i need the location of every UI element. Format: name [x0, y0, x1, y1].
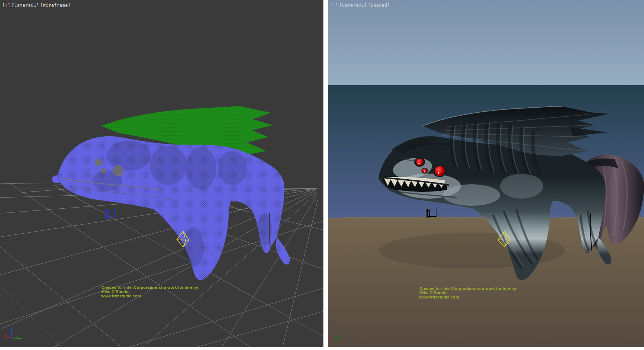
eye-circle — [95, 159, 102, 166]
eye-red — [423, 169, 427, 173]
viewport-shaded[interactable]: [+] [Camera01] [Shaded] — [328, 0, 644, 347]
axis-tripod: x y z — [3, 322, 21, 339]
viewport-pov-menu[interactable]: [Camera01] — [339, 3, 367, 8]
viewport-general-menu[interactable]: [+] — [330, 3, 338, 8]
viewport-wireframe[interactable]: [+] [Camera01] [Wireframe] — [0, 0, 323, 347]
viewport-shading-menu[interactable]: [Wireframe] — [40, 3, 70, 8]
eye-red — [416, 159, 423, 166]
creator-watermark: Created for Intel Corporation as a work … — [419, 286, 517, 299]
axis-x-label: x — [328, 333, 330, 338]
viewport-label: [+] [Camera01] [Shaded] — [330, 3, 390, 8]
viewport-shading-menu[interactable]: [Shaded] — [368, 3, 390, 8]
axis-y-label: y — [337, 334, 340, 338]
eye-red — [435, 166, 445, 176]
viewport-label: [+] [Camera01] [Wireframe] — [2, 3, 70, 8]
axis-y-label: y — [16, 333, 19, 338]
axis-x-label: x — [4, 333, 7, 337]
creator-watermark: Created for Intel Corporation as a work … — [101, 285, 199, 298]
axis-z-label: z — [330, 323, 333, 327]
viewport-general-menu[interactable]: [+] — [2, 3, 10, 8]
max-viewport-area: [+] [Camera01] [Wireframe] — [0, 0, 644, 350]
viewport-pov-menu[interactable]: [Camera01] — [11, 3, 39, 8]
viewport-splitter[interactable] — [323, 0, 328, 347]
box-helper-icon[interactable] — [105, 209, 116, 218]
axis-z-label: z — [10, 322, 12, 327]
sky — [328, 0, 644, 85]
eye-circle — [101, 168, 106, 173]
